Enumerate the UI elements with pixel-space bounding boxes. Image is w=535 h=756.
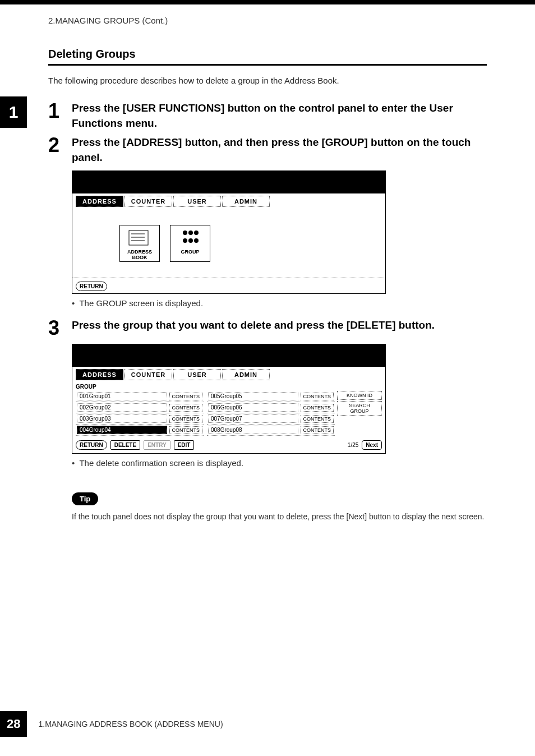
group-id: 004 xyxy=(80,427,89,433)
note-delete-confirm: The delete confirmation screen is displa… xyxy=(72,458,487,468)
group-row[interactable]: 006Group06 CONTENTS xyxy=(207,402,335,413)
tab-admin[interactable]: ADMIN xyxy=(222,196,270,207)
step-3: 3 Press the group that you want to delet… xyxy=(48,318,487,338)
group-name: Group02 xyxy=(89,404,111,411)
tab-user[interactable]: USER xyxy=(173,196,221,207)
screenshot-1: ADDRESS COUNTER USER ADMIN ADDRESS BOOK … xyxy=(72,170,487,294)
addressbook-icon xyxy=(120,225,159,249)
addressbook-button[interactable]: ADDRESS BOOK xyxy=(119,225,160,262)
search-group-button[interactable]: SEARCH GROUP xyxy=(337,401,382,416)
group-name: Group07 xyxy=(220,416,242,422)
contents-button[interactable]: CONTENTS xyxy=(169,404,203,412)
group-row[interactable]: 008Group08 CONTENTS xyxy=(207,425,335,436)
group-row[interactable]: 005Group05 CONTENTS xyxy=(207,391,335,402)
step-text: Press the [USER FUNCTIONS] button on the… xyxy=(72,101,487,131)
tab-admin[interactable]: ADMIN xyxy=(222,369,270,380)
tab-user[interactable]: USER xyxy=(173,369,221,380)
intro-text: The following procedure describes how to… xyxy=(48,76,487,85)
note-group-screen: The GROUP screen is displayed. xyxy=(72,298,487,308)
svg-point-5 xyxy=(188,231,193,235)
pager-text: 1/25 xyxy=(348,442,358,448)
group-row[interactable]: 002Group02 CONTENTS xyxy=(76,402,204,413)
known-id-button[interactable]: KNOWN ID xyxy=(337,391,382,400)
step-2: 2 Press the [ADDRESS] button, and then p… xyxy=(48,135,487,165)
delete-button[interactable]: DELETE xyxy=(110,440,140,450)
lcd-titlebar xyxy=(72,171,385,193)
group-name: Group05 xyxy=(220,393,242,399)
group-id: 007 xyxy=(211,416,220,422)
header-continuation: 2.MANAGING GROUPS (Cont.) xyxy=(0,4,535,25)
tab-counter[interactable]: COUNTER xyxy=(124,369,172,380)
page-footer: 28 1.MANAGING ADDRESS BOOK (ADDRESS MENU… xyxy=(0,711,223,737)
lcd-titlebar xyxy=(72,344,385,367)
svg-point-6 xyxy=(194,231,199,235)
step-number: 1 xyxy=(48,101,72,131)
group-heading: GROUP xyxy=(76,384,96,390)
group-row[interactable]: 003Group03 CONTENTS xyxy=(76,413,204,425)
group-id: 005 xyxy=(211,393,220,399)
group-list-left: 001Group01 CONTENTS 002Group02 CONTENTS … xyxy=(76,391,204,436)
svg-rect-0 xyxy=(129,231,148,245)
group-row[interactable]: 001Group01 CONTENTS xyxy=(76,391,204,402)
group-id: 008 xyxy=(211,427,220,433)
svg-point-7 xyxy=(183,238,187,243)
svg-point-4 xyxy=(183,231,187,235)
contents-button[interactable]: CONTENTS xyxy=(301,426,334,434)
step-number: 3 xyxy=(48,318,72,338)
group-name: Group04 xyxy=(89,427,111,433)
step-text: Press the group that you want to delete … xyxy=(72,318,487,333)
group-name: Group03 xyxy=(89,416,111,422)
group-name: Group08 xyxy=(220,427,242,433)
contents-button[interactable]: CONTENTS xyxy=(301,415,334,423)
contents-button[interactable]: CONTENTS xyxy=(301,393,334,400)
screenshot-2: ADDRESS COUNTER USER ADMIN GROUP 001Grou… xyxy=(72,344,487,454)
group-name: Group06 xyxy=(220,404,242,411)
footer-label: 1.MANAGING ADDRESS BOOK (ADDRESS MENU) xyxy=(38,720,223,729)
group-id: 003 xyxy=(80,416,89,422)
page-number: 28 xyxy=(0,711,27,737)
group-row[interactable]: 007Group07 CONTENTS xyxy=(207,413,335,425)
tab-counter[interactable]: COUNTER xyxy=(124,196,172,207)
section-rule xyxy=(48,64,487,66)
next-button[interactable]: Next xyxy=(362,440,382,450)
tab-address[interactable]: ADDRESS xyxy=(76,196,123,207)
addressbook-label: ADDRESS BOOK xyxy=(120,249,159,260)
entry-button[interactable]: ENTRY xyxy=(144,440,170,450)
chapter-side-number: 1 xyxy=(0,96,27,128)
tip-badge: Tip xyxy=(72,492,98,505)
header-rule xyxy=(0,0,535,4)
group-name: Group01 xyxy=(89,393,111,399)
group-id: 001 xyxy=(80,393,89,399)
step-text: Press the [ADDRESS] button, and then pre… xyxy=(72,135,487,165)
group-list-right: 005Group05 CONTENTS 006Group06 CONTENTS … xyxy=(207,391,335,436)
return-button[interactable]: RETURN xyxy=(76,440,107,450)
step-number: 2 xyxy=(48,135,72,165)
contents-button[interactable]: CONTENTS xyxy=(169,415,203,423)
tip-text: If the touch panel does not display the … xyxy=(72,511,487,523)
tab-address[interactable]: ADDRESS xyxy=(76,369,123,380)
svg-point-8 xyxy=(188,238,193,243)
group-label: GROUP xyxy=(170,249,210,255)
return-button[interactable]: RETURN xyxy=(76,282,107,291)
group-id: 002 xyxy=(80,404,89,411)
contents-button[interactable]: CONTENTS xyxy=(301,404,334,412)
group-icon xyxy=(170,225,210,249)
group-id: 006 xyxy=(211,404,220,411)
contents-button[interactable]: CONTENTS xyxy=(169,426,203,434)
contents-button[interactable]: CONTENTS xyxy=(169,393,203,400)
section-title: Deleting Groups xyxy=(48,48,487,61)
edit-button[interactable]: EDIT xyxy=(174,440,195,450)
svg-point-9 xyxy=(194,238,199,243)
group-button[interactable]: GROUP xyxy=(170,225,210,262)
step-1: 1 Press the [USER FUNCTIONS] button on t… xyxy=(48,101,487,131)
group-row-selected[interactable]: 004Group04 CONTENTS xyxy=(76,425,204,436)
